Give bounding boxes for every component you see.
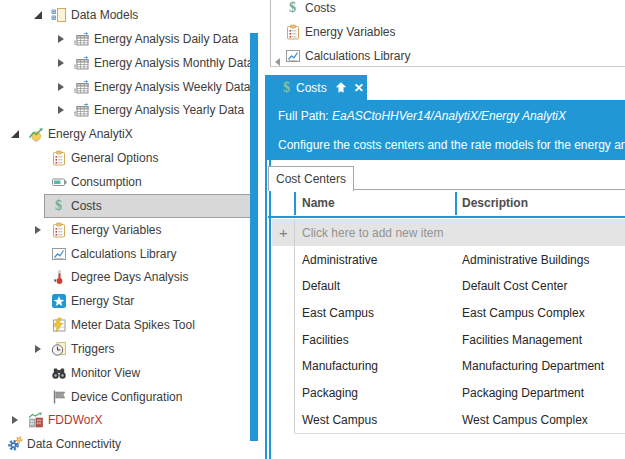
list-item-costs[interactable]: $Costs [271,0,625,20]
row-gutter-divider [294,219,295,433]
tab-cost-centers[interactable]: Cost Centers [268,166,354,191]
table-row-west-campus[interactable]: West CampusWest Campus Complex [272,406,625,433]
clipboard-icon [50,150,67,166]
expander-collapsed-icon[interactable] [56,31,73,47]
tree-item-energy-analysis-weekly-data[interactable]: tEnergy Analysis Weekly Data [0,75,250,99]
cell-description[interactable]: Packaging Department [462,386,584,400]
clipboard-icon [50,222,67,238]
svg-text:t: t [74,86,76,93]
cell-description[interactable]: West Campus Complex [462,413,588,427]
expander-collapsed-icon[interactable] [33,341,50,357]
tree-item-device-configuration[interactable]: Device Configuration [0,385,250,409]
expander-collapsed-icon[interactable] [56,55,73,71]
energy-star-icon [50,293,67,309]
svg-text:t: t [74,110,76,117]
costs-icon: $ [283,80,290,96]
tree-item-label: General Options [70,151,158,165]
cell-name[interactable]: Default [302,279,340,293]
cell-description[interactable]: East Campus Complex [462,306,585,320]
tree-item-energy-analysis-monthly-data[interactable]: tEnergy Analysis Monthly Data [0,51,250,75]
svg-text:t: t [74,62,76,69]
tree-item-fddworx[interactable]: FDDWorX [0,408,250,432]
expander-spacer [33,150,50,166]
cell-name[interactable]: East Campus [302,306,374,320]
expander-collapsed-icon[interactable] [33,222,50,238]
tree-item-general-options[interactable]: General Options [0,146,250,170]
column-header-name[interactable]: Name [302,196,335,210]
table-row-east-campus[interactable]: East CampusEast Campus Complex [272,299,625,326]
add-new-item-row[interactable]: + Click here to add new item [272,219,625,246]
add-new-item-label: Click here to add new item [302,226,443,240]
cell-description[interactable]: Default Cost Center [462,279,567,293]
scroll-left-icon[interactable] [275,58,280,66]
tree-item-label: Energy Analysis Weekly Data [93,80,250,94]
tree-item-label: Energy AnalytiX [47,127,133,141]
tab-costs[interactable]: $ Costs ✕ [265,75,367,100]
costs-icon: $ [50,198,67,214]
table-row-manufacturing[interactable]: ManufacturingManufacturing Department [272,353,625,380]
cell-name[interactable]: Administrative [302,253,377,267]
list-item-calculations-library[interactable]: Calculations Library [271,44,625,67]
table-row-facilities[interactable]: FacilitiesFacilities Management [272,326,625,353]
cell-description[interactable]: Facilities Management [462,333,582,347]
data-table-icon: t [73,102,90,118]
table-row-packaging[interactable]: PackagingPackaging Department [272,380,625,407]
tree-item-monitor-view[interactable]: Monitor View [0,361,250,385]
data-table-icon: t [73,31,90,47]
cell-name[interactable]: Facilities [302,333,349,347]
tree-item-label: Device Configuration [70,390,182,404]
expander-collapsed-icon[interactable] [10,412,27,428]
table-row-default[interactable]: DefaultDefault Cost Center [272,273,625,300]
flag-icon [50,389,67,405]
list-item-label: Costs [304,1,336,15]
tree-item-triggers[interactable]: Triggers [0,337,250,361]
tree-item-energy-analysis-yearly-data[interactable]: tEnergy Analysis Yearly Data [0,98,250,122]
tree-item-energy-variables[interactable]: Energy Variables [0,218,250,242]
energy-analytix-icon [27,126,44,142]
cell-name[interactable]: West Campus [302,413,377,427]
expander-spacer [33,365,50,381]
tree-item-consumption[interactable]: Consumption [0,170,250,194]
expander-expanded-icon[interactable] [10,126,27,142]
cell-description[interactable]: Manufacturing Department [462,359,604,373]
tree-item-calculations-library[interactable]: Calculations Library [0,242,250,266]
tree-item-data-models[interactable]: Data Models [0,3,250,27]
chart-icon [284,48,301,64]
list-item-energy-variables[interactable]: Energy Variables [271,20,625,44]
tree-scrollbar-thumb[interactable] [250,33,258,441]
column-header-description[interactable]: Description [462,196,528,210]
cell-description[interactable]: Administrative Buildings [462,253,589,267]
clipboard-icon [284,24,301,40]
tree-item-energy-analysis-daily-data[interactable]: tEnergy Analysis Daily Data [0,27,250,51]
tree-item-costs[interactable]: $Costs [0,194,250,218]
tree-item-degree-days-analysis[interactable]: Degree Days Analysis [0,265,250,289]
pin-tab-button[interactable] [334,81,348,95]
tree-item-label: Meter Data Spikes Tool [70,318,195,332]
cell-name[interactable]: Manufacturing [302,359,378,373]
tree-item-energy-star[interactable]: Energy Star [0,289,250,313]
expander-spacer [33,317,50,333]
expander-spacer [33,269,50,285]
costs-icon: $ [284,0,301,16]
binoculars-icon [50,365,67,381]
list-item-label: Energy Variables [304,25,396,39]
expander-collapsed-icon[interactable] [56,79,73,95]
buildings-icon [27,412,44,428]
expander-collapsed-icon[interactable] [56,102,73,118]
data-table-icon: t [73,79,90,95]
expander-spacer [33,246,50,262]
expander-spacer [33,174,50,190]
tree-item-label: Data Connectivity [26,437,121,451]
chart-icon [50,246,67,262]
workbench-window: Data ModelstEnergy Analysis Daily DatatE… [0,0,625,459]
tree-item-label: Energy Star [70,294,134,308]
info-banner: Full Path: EaASCtoHHVer14/AnalytiX/Energ… [265,100,625,160]
table-row-administrative[interactable]: AdministrativeAdministrative Buildings [272,246,625,273]
close-tab-icon[interactable]: ✕ [354,82,364,94]
tree-item-energy-analytix[interactable]: Energy AnalytiX [0,122,250,146]
expander-expanded-icon[interactable] [33,7,50,23]
tree-item-data-connectivity[interactable]: Data Connectivity [0,432,250,456]
tree-item-meter-data-spikes-tool[interactable]: Meter Data Spikes Tool [0,313,250,337]
table-bottom-border [294,433,625,434]
cell-name[interactable]: Packaging [302,386,358,400]
